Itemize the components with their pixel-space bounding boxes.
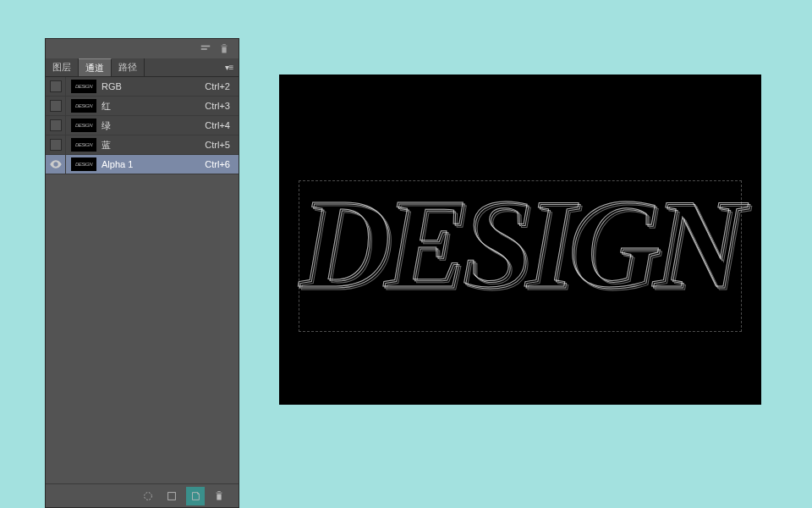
visibility-toggle[interactable]	[46, 116, 66, 135]
channel-row[interactable]: DESIGNAlpha 1Ctrl+6	[46, 155, 239, 174]
collapse-icon[interactable]	[200, 43, 211, 55]
channel-list: DESIGNRGBCtrl+2DESIGN红Ctrl+3DESIGN绿Ctrl+…	[46, 77, 239, 483]
design-artwork: DESIGN	[301, 172, 740, 318]
channel-shortcut: Ctrl+5	[205, 140, 239, 150]
eye-icon	[49, 157, 63, 171]
channel-name: 红	[102, 100, 205, 113]
channel-thumbnail: DESIGN	[71, 80, 96, 93]
channel-shortcut: Ctrl+4	[205, 120, 239, 130]
tab-layers[interactable]: 图层	[46, 58, 79, 76]
canvas-preview: DESIGN	[279, 75, 761, 405]
panel-topbar	[46, 39, 239, 58]
channel-name: Alpha 1	[102, 159, 205, 169]
tab-channels[interactable]: 通道	[79, 58, 112, 76]
tab-paths[interactable]: 路径	[112, 58, 145, 76]
channel-thumbnail: DESIGN	[71, 157, 96, 171]
channel-thumbnail: DESIGN	[71, 119, 96, 132]
channel-shortcut: Ctrl+6	[205, 159, 239, 169]
visibility-toggle[interactable]	[46, 135, 66, 154]
svg-point-2	[145, 492, 152, 500]
svg-rect-3	[168, 492, 176, 500]
save-selection-as-channel-icon[interactable]	[162, 487, 181, 505]
visibility-empty-icon	[50, 80, 62, 92]
visibility-empty-icon	[50, 139, 62, 151]
channel-thumbnail: DESIGN	[71, 99, 96, 113]
visibility-empty-icon	[50, 100, 62, 112]
channel-name: 蓝	[102, 139, 205, 152]
channels-panel: 图层 通道 路径 ▾≡ DESIGNRGBCtrl+2DESIGN红Ctrl+3…	[45, 38, 239, 508]
channel-row[interactable]: DESIGNRGBCtrl+2	[46, 77, 239, 97]
panel-tabs: 图层 通道 路径 ▾≡	[46, 58, 239, 77]
trash-icon[interactable]	[218, 43, 230, 55]
visibility-toggle[interactable]	[46, 155, 66, 174]
channel-row[interactable]: DESIGN蓝Ctrl+5	[46, 135, 239, 155]
channel-name: RGB	[102, 81, 205, 91]
channel-row[interactable]: DESIGN红Ctrl+3	[46, 97, 239, 116]
svg-rect-1	[201, 48, 207, 50]
panel-footer	[46, 483, 239, 507]
delete-channel-icon[interactable]	[210, 487, 228, 505]
channel-name: 绿	[102, 119, 205, 132]
visibility-toggle[interactable]	[46, 97, 66, 115]
svg-rect-0	[201, 45, 211, 47]
channel-thumbnail: DESIGN	[71, 138, 96, 152]
channel-shortcut: Ctrl+3	[205, 101, 239, 111]
selection-from-channel-icon[interactable]	[139, 487, 157, 505]
panel-menu-icon[interactable]: ▾≡	[220, 58, 239, 76]
visibility-toggle[interactable]	[46, 77, 66, 96]
visibility-empty-icon	[50, 119, 62, 131]
channel-shortcut: Ctrl+2	[205, 81, 239, 91]
new-channel-icon[interactable]	[186, 487, 205, 505]
channel-row[interactable]: DESIGN绿Ctrl+4	[46, 116, 239, 135]
